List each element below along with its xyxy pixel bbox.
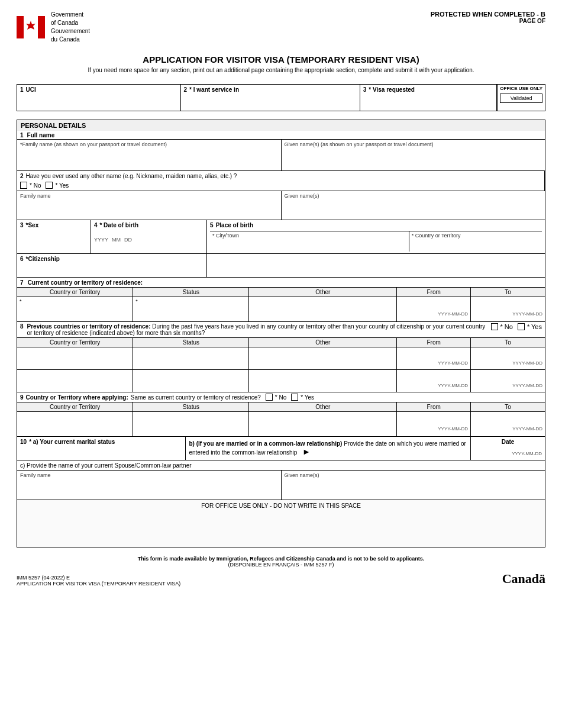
field9-no-checkbox[interactable] [266, 394, 273, 401]
f9-from: YYYY-MM-DD [397, 412, 471, 436]
field7-col-headers: Country or Territory Status Other From T… [17, 288, 545, 297]
office-use-label: OFFICE USE ONLY [500, 86, 542, 91]
field8-yn: * No * Yes [491, 323, 542, 330]
service-num: 2 [184, 86, 188, 93]
fullname-row: *Family name (as shown on your passport … [17, 140, 545, 171]
uci-label: UCI [26, 86, 36, 93]
family-name-cell: *Family name (as shown on your passport … [17, 140, 282, 170]
canada-wordmark: Canadä [502, 571, 545, 587]
field8-header: 8 Previous countries or territory of res… [17, 322, 545, 338]
field10c-header: c) Provide the name of your current Spou… [17, 460, 545, 471]
country-territory-cell: * Country or Territory [409, 231, 542, 252]
page-header: Government of Canada Gouvernement du Can… [17, 11, 545, 44]
f8-country1 [17, 347, 133, 369]
f8-from2: YYYY-MM-DD [397, 370, 471, 392]
footer: This form is made available by Immigrati… [17, 556, 545, 587]
visa-label: * Visa requested [369, 86, 415, 93]
f9-other [249, 412, 397, 436]
logo-area: Government of Canada Gouvernement du Can… [17, 11, 90, 44]
f8-country2 [17, 370, 133, 392]
yes-checkbox-row: * Yes [46, 182, 69, 189]
col-to-7: To [471, 288, 545, 297]
no-checkbox-row: * No [20, 182, 41, 189]
f8-other1 [249, 347, 397, 369]
personal-details-header: PERSONAL DETAILS [17, 120, 545, 131]
field7-from-val: YYYY-MM-DD [397, 297, 471, 321]
no-checkbox[interactable] [20, 182, 27, 189]
field9-yes-checkbox[interactable] [291, 394, 298, 401]
field8-col-headers: Country or Territory Status Other From T… [17, 338, 545, 347]
visa-num: 3 [363, 86, 367, 93]
field10a: 10 * a) Your current marital status [17, 437, 186, 460]
col-country-8: Country or Territory [17, 338, 133, 347]
f9-to: YYYY-MM-DD [471, 412, 545, 436]
col-from-7: From [397, 288, 471, 297]
field8-data-row2: YYYY-MM-DD YYYY-MM-DD [17, 370, 545, 392]
field8-data-row1: YYYY-MM-DD YYYY-MM-DD [17, 347, 545, 370]
field10b-date: Date YYYY-MM-DD [471, 437, 545, 460]
citizenship-label: 6 *Citizenship [17, 254, 207, 277]
footer-form-id: IMM 5257 (04-2022) E APPLICATION FOR VIS… [17, 575, 180, 587]
sex-field: 3 *Sex [17, 220, 91, 253]
field10-ab-row: 10 * a) Your current marital status b) (… [17, 437, 545, 460]
office-use-box: OFFICE USE ONLY Validated [497, 85, 545, 111]
col-country-7: Country or Territory [17, 288, 133, 297]
f8-to2: YYYY-MM-DD [471, 370, 545, 392]
field2-given: Given name(s) [282, 191, 545, 220]
form-title: APPLICATION FOR VISITOR VISA (TEMPORARY … [17, 54, 545, 65]
f8-from1: YYYY-MM-DD [397, 347, 471, 369]
service-label: * I want service in [189, 86, 239, 93]
protected-label: PROTECTED WHEN COMPLETED - B PAGE OF [431, 11, 545, 24]
office-use-section: FOR OFFICE USE ONLY - DO NOT WRITE IN TH… [17, 500, 545, 547]
canada-flag-logo [17, 16, 45, 38]
col-other-8: Other [249, 338, 397, 347]
city-cell: * City/Town [210, 231, 409, 252]
col-status-9: Status [133, 402, 249, 411]
form-title-area: APPLICATION FOR VISITOR VISA (TEMPORARY … [17, 54, 545, 65]
col-status-7: Status [133, 288, 249, 297]
f8-other2 [249, 370, 397, 392]
uci-field: 1 UCI [17, 85, 181, 111]
col-other-7: Other [249, 288, 397, 297]
yes-checkbox[interactable] [46, 182, 53, 189]
col-from-9: From [397, 402, 471, 411]
field7-data-row: * * YYYY-MM-DD YYYY-MM-DD [17, 297, 545, 322]
field8-no-checkbox[interactable] [491, 323, 498, 330]
fields-3-5-row: 3 *Sex 4 * Date of birth YYYY MM DD 5 Pl… [17, 220, 545, 254]
field2-row: 2 Have you ever used any other name (e.g… [17, 171, 545, 191]
service-field: 2 * I want service in [181, 85, 360, 111]
citizenship-value [207, 254, 545, 277]
visa-field: 3 * Visa requested [360, 85, 498, 111]
field7-country-val: * [17, 297, 133, 321]
validated-box: Validated [500, 94, 542, 103]
col-country-9: Country or Territory [17, 402, 133, 411]
f8-to1: YYYY-MM-DD [471, 347, 545, 369]
field7-other-val [249, 297, 397, 321]
field9-col-headers: Country or Territory Status Other From T… [17, 402, 545, 412]
field7-to-val: YYYY-MM-DD [471, 297, 545, 321]
field9-header: 9 Country or Territory where applying: S… [17, 392, 545, 402]
form-subtitle: If you need more space for any section, … [17, 67, 545, 73]
gov-text: Government of Canada Gouvernement du Can… [51, 11, 90, 44]
top-fields-row: 1 UCI 2 * I want service in 3 * Visa req… [17, 84, 545, 111]
col-to-8: To [471, 338, 545, 347]
field10b: b) (If you are married or in a common-la… [186, 437, 471, 460]
dob-field: 4 * Date of birth YYYY MM DD [91, 220, 207, 253]
citizenship-row: 6 *Citizenship [17, 254, 545, 278]
svg-rect-2 [38, 16, 45, 38]
fullname-section-label: 1 Full name [17, 131, 545, 140]
col-status-8: Status [133, 338, 249, 347]
svg-rect-0 [17, 16, 24, 38]
field7-status-val: * [133, 297, 249, 321]
field10c-names: Family name Given name(s) [17, 471, 545, 500]
field2-family: Family name [17, 191, 282, 220]
uci-num: 1 [20, 86, 24, 93]
given-name-cell: Given name(s) (as shown on your passport… [282, 140, 545, 170]
field10c-family: Family name [17, 471, 282, 500]
field2-question: 2 Have you ever used any other name (e.g… [17, 171, 545, 191]
field8-yes-checkbox[interactable] [518, 323, 525, 330]
f8-status1 [133, 347, 249, 369]
f9-status [133, 412, 249, 436]
field9-data-row: YYYY-MM-DD YYYY-MM-DD [17, 412, 545, 437]
col-from-8: From [397, 338, 471, 347]
